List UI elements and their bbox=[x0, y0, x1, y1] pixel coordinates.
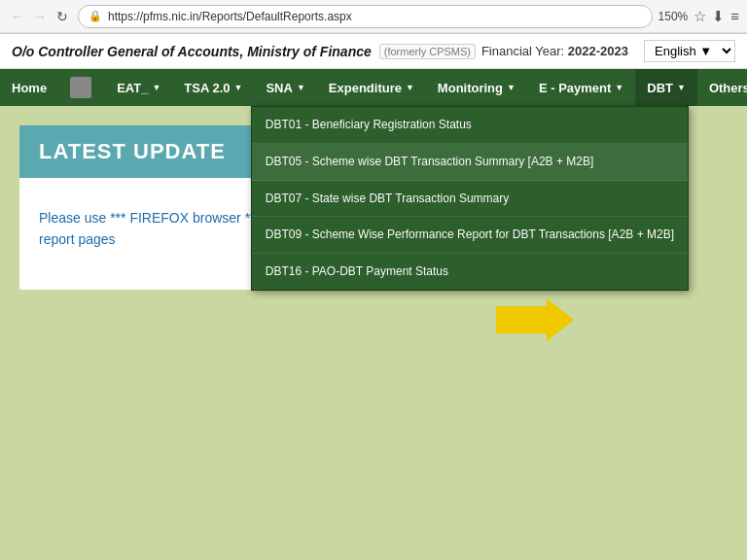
nav-bar: Home EAT_ ▼ TSA 2.0 ▼ SNA ▼ Expenditure … bbox=[0, 69, 747, 106]
menu-icon[interactable]: ≡ bbox=[730, 8, 739, 24]
monitoring-arrow: ▼ bbox=[507, 83, 516, 92]
dbt-arrow: ▼ bbox=[677, 83, 686, 92]
back-button[interactable]: ← bbox=[8, 7, 27, 26]
fat-arrow-shape bbox=[496, 298, 574, 341]
dbt-dropdown: DBT01 - Beneficiary Registration Status … bbox=[251, 106, 689, 291]
home-label: Home bbox=[12, 81, 47, 95]
epayment-arrow: ▼ bbox=[615, 83, 623, 92]
update-title: LATEST UPDATE bbox=[39, 139, 226, 163]
site-header: O/o Controller General of Accounts, Mini… bbox=[0, 34, 747, 69]
arrow-body bbox=[496, 306, 547, 333]
dbt-menu-item-dbt16[interactable]: DBT16 - PAO-DBT Payment Status bbox=[252, 254, 688, 290]
url-text: https://pfms.nic.in/Reports/DefaultRepor… bbox=[108, 10, 352, 23]
nav-others[interactable]: Others ▼ bbox=[697, 69, 747, 106]
nav-icon-item[interactable] bbox=[58, 69, 105, 106]
sna-arrow: ▼ bbox=[297, 83, 305, 92]
bookmark-icon[interactable]: ☆ bbox=[694, 8, 706, 25]
nav-epayment[interactable]: E - Payment ▼ bbox=[527, 69, 635, 106]
site-logo: O/o Controller General of Accounts, Mini… bbox=[12, 44, 476, 59]
nav-monitoring[interactable]: Monitoring ▼ bbox=[426, 69, 527, 106]
forward-button[interactable]: → bbox=[30, 7, 50, 26]
dbt-menu-item-dbt07[interactable]: DBT07 - State wise DBT Transaction Summa… bbox=[252, 181, 688, 218]
lock-icon: 🔒 bbox=[89, 10, 102, 22]
reload-button[interactable]: ↻ bbox=[53, 7, 72, 26]
nav-tsa[interactable]: TSA 2.0 ▼ bbox=[172, 69, 254, 106]
formerly-label: (formerly CPSMS) bbox=[379, 44, 476, 59]
nav-sna[interactable]: SNA ▼ bbox=[254, 69, 316, 106]
org-name: O/o Controller General of Accounts, Mini… bbox=[12, 44, 372, 59]
financial-year: Financial Year: 2022-2023 bbox=[481, 44, 628, 58]
monitoring-label: Monitoring bbox=[438, 81, 503, 95]
browser-toolbar: ← → ↻ 🔒 https://pfms.nic.in/Reports/Defa… bbox=[0, 0, 747, 33]
nav-buttons: ← → ↻ bbox=[8, 7, 72, 26]
epayment-label: E - Payment bbox=[539, 81, 611, 95]
address-bar[interactable]: 🔒 https://pfms.nic.in/Reports/DefaultRep… bbox=[78, 5, 653, 28]
expenditure-arrow: ▼ bbox=[406, 83, 414, 92]
tsa-label: TSA 2.0 bbox=[184, 81, 230, 95]
dbt-menu-item-dbt01[interactable]: DBT01 - Beneficiary Registration Status bbox=[252, 107, 688, 144]
others-label: Others bbox=[709, 81, 747, 95]
language-select[interactable]: English ▼ bbox=[644, 40, 735, 62]
expenditure-label: Expenditure bbox=[329, 81, 402, 95]
tsa-arrow: ▼ bbox=[234, 83, 243, 92]
arrow-head bbox=[547, 298, 574, 341]
nav-home[interactable]: Home bbox=[0, 69, 58, 106]
eat-arrow: ▼ bbox=[152, 83, 160, 92]
nav-eat[interactable]: EAT_ ▼ bbox=[105, 69, 172, 106]
header-right: Financial Year: 2022-2023 English ▼ bbox=[481, 40, 735, 62]
browser-icons: ☆ ⬇ ≡ bbox=[694, 8, 739, 25]
nav-dbt[interactable]: DBT ▼ bbox=[635, 69, 697, 106]
yellow-arrow bbox=[496, 298, 574, 341]
dbt-label: DBT bbox=[647, 81, 673, 95]
zoom-level: 150% bbox=[658, 10, 689, 23]
dbt-menu-item-dbt09[interactable]: DBT09 - Scheme Wise Performance Report f… bbox=[252, 217, 688, 254]
nav-expenditure[interactable]: Expenditure ▼ bbox=[317, 69, 426, 106]
nav-image-icon bbox=[70, 77, 91, 98]
dbt-menu-item-dbt05[interactable]: DBT05 - Scheme wise DBT Transaction Summ… bbox=[252, 144, 688, 181]
browser-chrome: ← → ↻ 🔒 https://pfms.nic.in/Reports/Defa… bbox=[0, 0, 747, 34]
sna-label: SNA bbox=[266, 81, 292, 95]
download-icon[interactable]: ⬇ bbox=[712, 8, 725, 25]
eat-label: EAT_ bbox=[117, 81, 148, 95]
